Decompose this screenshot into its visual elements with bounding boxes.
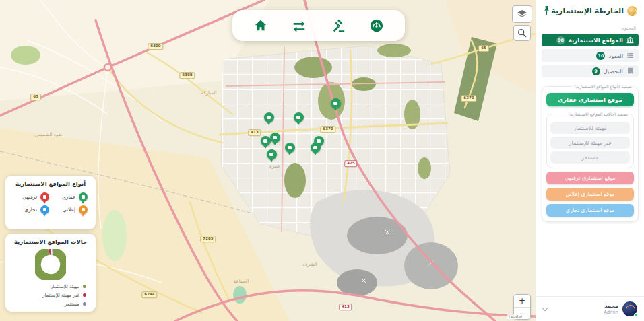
filters-card: تصفية (أنواع المواقع الاستثمارية) موقع ا… <box>542 84 639 222</box>
content-section-label: المحتوى <box>536 26 644 31</box>
app-title: الخارطة الإستثمارية <box>551 7 624 15</box>
layers-icon <box>517 9 527 20</box>
online-status-dot <box>634 313 638 317</box>
sidebar-menu-item-0[interactable]: المواقع الاستثمارية90 <box>542 34 639 46</box>
type-label: تجاري <box>24 207 37 213</box>
dashboard-icon[interactable] <box>368 17 385 34</box>
home-icon[interactable] <box>253 17 269 34</box>
place-label-0: نفود الشميس <box>35 132 62 137</box>
user-info: محمد Admin <box>604 301 637 316</box>
donut-legend-row-2: مستثمر <box>15 299 86 308</box>
state-filter-button-1[interactable]: غير مهيئة للإستثمار <box>550 137 630 149</box>
gavel-icon[interactable] <box>330 17 346 34</box>
donut-legend-row-0: مهيئة للإستثمار <box>15 282 86 291</box>
filter-type-real-estate-button[interactable]: موقع استثماري عقاري <box>546 93 634 106</box>
legend-dot <box>83 285 86 288</box>
map-marker-7[interactable] <box>311 143 321 153</box>
place-label-1: المباركة <box>201 90 217 96</box>
road-shield-65: 65 <box>30 94 41 100</box>
place-label-4: الشرف <box>302 262 317 267</box>
map-marker-1[interactable] <box>294 112 304 122</box>
type-pin-icon <box>40 192 49 201</box>
collection-icon <box>626 67 634 75</box>
pin-sidebar-icon[interactable] <box>543 5 550 18</box>
type-label: عقاري <box>62 194 75 200</box>
type-filter-button-1[interactable]: موقع استثماري إعلاني <box>546 188 634 201</box>
avatar <box>622 301 637 316</box>
user-name: محمد <box>604 303 618 310</box>
contracts-icon <box>626 52 634 59</box>
road-shield-413: 413 <box>248 129 261 136</box>
map-marker-3[interactable] <box>261 136 271 146</box>
sidebar-menu-item-2[interactable]: التحصيل9 <box>542 65 639 77</box>
map-marker-0[interactable] <box>264 112 274 122</box>
place-label-2: عنيزة <box>269 164 280 169</box>
layers-button[interactable] <box>512 5 532 23</box>
state-filter-button-0[interactable]: مهيئة للإستثمار <box>550 122 630 134</box>
menu-item-label: التحصيل <box>604 68 623 75</box>
user-role: Admin <box>604 310 618 315</box>
investment-map-app: 6300656308413637063706542572856244413 نف… <box>0 0 644 321</box>
swap-icon[interactable] <box>291 17 307 34</box>
road-shield-65: 65 <box>478 45 489 52</box>
type-filter-buttons: موقع استثماري ترفيهيموقع استثماري إعلاني… <box>546 172 634 217</box>
road-shield-6244: 6244 <box>141 291 157 298</box>
type-pin-icon <box>40 205 49 214</box>
map-marker-6[interactable] <box>285 143 295 153</box>
type-label: ترفيهي <box>22 194 37 200</box>
count-badge: 10 <box>596 52 605 60</box>
menu-item-label: المواقع الاستثمارية <box>569 37 623 44</box>
state-filter-button-2[interactable]: مستثمر <box>550 151 630 164</box>
menu-item-label: العقود <box>608 52 623 59</box>
map-marker-4[interactable] <box>270 133 280 143</box>
states-filter-legend: تصفية (حالات المواقع الاستثمارية) <box>566 112 630 116</box>
states-chart-title: حالات المواقع الاستثمارية <box>5 234 96 248</box>
road-shield-425: 425 <box>344 160 357 167</box>
chevron-down-icon[interactable] <box>542 305 548 310</box>
road-shield-6370: 6370 <box>320 126 335 133</box>
road-shield-6370: 6370 <box>461 95 476 102</box>
sidebar-header: الخارطة الإستثمارية <box>536 0 644 17</box>
app-logo <box>627 6 637 16</box>
sidebar: الخارطة الإستثمارية المحتوى المواقع الاس… <box>536 0 644 321</box>
road-shield-413: 413 <box>339 304 352 310</box>
map-canvas[interactable]: 6300656308413637063706542572856244413 نف… <box>0 0 536 321</box>
types-filter-legend: تصفية (أنواع المواقع الاستثمارية) <box>572 84 634 89</box>
types-legend-item-2: إعلاني <box>52 205 88 214</box>
road-shield-7285: 7285 <box>200 236 216 242</box>
donut-chart <box>5 248 96 282</box>
bank-icon <box>626 36 634 44</box>
sidebar-menu: المواقع الاستثمارية90العقود10التحصيل9 <box>536 34 644 77</box>
zoom-in-button[interactable]: + <box>514 295 530 307</box>
map-toolbar <box>232 10 405 41</box>
map-search-button[interactable] <box>513 25 531 41</box>
state-filter-buttons: مهيئة للإستثمارغير مهيئة للإستثمارمستثمر <box>550 122 630 164</box>
states-chart-panel: حالات المواقع الاستثمارية مهيئة للإستثما… <box>5 234 96 312</box>
legend-label: غير مهيئة للإستثمار <box>42 293 79 298</box>
legend-label: مهيئة للإستثمار <box>51 284 79 289</box>
map-marker-8[interactable] <box>267 149 277 159</box>
user-area[interactable]: محمد Admin <box>536 296 644 321</box>
donut-legend: مهيئة للإستثمارغير مهيئة للإستثمارمستثمر <box>5 282 96 312</box>
type-pin-icon <box>79 205 88 214</box>
types-legend-panel: أنواع المواقع الاستثمارية عقاريترفيهيإعل… <box>5 176 96 229</box>
type-filter-button-2[interactable]: موقع استثماري تجاري <box>546 204 634 217</box>
types-legend-item-0: عقاري <box>52 192 88 201</box>
types-legend-item-1: ترفيهي <box>13 192 49 201</box>
place-label-3: الصناعة <box>234 279 249 284</box>
sidebar-menu-item-1[interactable]: العقود10 <box>542 49 639 62</box>
types-legend-item-3: تجاري <box>13 205 49 214</box>
states-filter-card: تصفية (حالات المواقع الاستثمارية) مهيئة … <box>546 112 634 168</box>
donut-legend-row-1: غير مهيئة للإستثمار <box>15 291 86 299</box>
map-attribution[interactable]: Leaflet <box>507 314 524 319</box>
types-legend-title: أنواع المواقع الاستثمارية <box>5 176 96 190</box>
legend-dot <box>83 293 86 297</box>
type-pin-icon <box>79 192 88 201</box>
map-marker-2[interactable] <box>331 98 341 108</box>
road-shield-6308: 6308 <box>179 72 195 79</box>
type-filter-button-0[interactable]: موقع استثماري ترفيهي <box>546 172 634 184</box>
legend-dot <box>83 302 86 306</box>
count-badge: 9 <box>592 67 600 75</box>
search-icon <box>517 28 527 38</box>
count-badge: 90 <box>556 36 565 44</box>
